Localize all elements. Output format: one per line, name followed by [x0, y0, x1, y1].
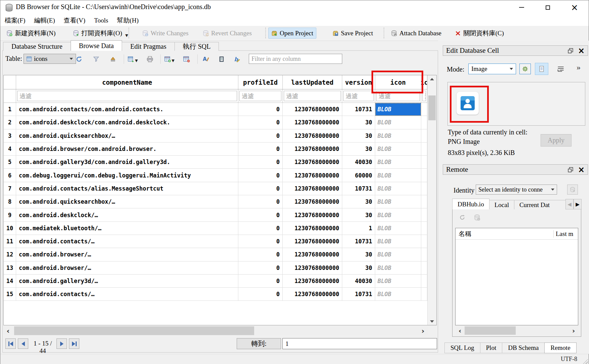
cell-icon-blob[interactable]: BLOB: [375, 275, 421, 288]
cell-profileId[interactable]: 0: [238, 222, 283, 235]
maximize-button[interactable]: [538, 1, 557, 14]
cell-version[interactable]: 10731: [342, 103, 375, 116]
write-changes-button[interactable]: Write Changes: [140, 28, 191, 39]
tab-scroll-right-button[interactable]: ▶: [574, 199, 582, 209]
cell-partial[interactable]: [421, 288, 427, 301]
cell-componentName[interactable]: com.android.gallery3d/…: [16, 275, 238, 288]
cell-profileId[interactable]: 0: [238, 182, 283, 195]
cell-version[interactable]: 10731: [342, 235, 375, 248]
cell-icon-blob[interactable]: BLOB: [375, 129, 421, 143]
cell-profileId[interactable]: 0: [238, 208, 283, 221]
cell-lastUpdated[interactable]: 1230768000000: [283, 288, 342, 301]
save-filter-button[interactable]: [108, 54, 118, 64]
cell-lastUpdated[interactable]: 1230768000000: [283, 208, 342, 221]
cell-partial[interactable]: [421, 248, 427, 261]
dock-tab-remote[interactable]: Remote: [544, 342, 576, 353]
cell-icon-blob[interactable]: BLOB: [375, 222, 421, 235]
cell-profileId[interactable]: 0: [238, 129, 283, 143]
cell-profileId[interactable]: 0: [238, 261, 283, 275]
column-header-partial[interactable]: ic: [421, 75, 427, 89]
print-button[interactable]: [145, 54, 155, 64]
row-number[interactable]: 15: [4, 288, 16, 301]
open-database-dropdown-icon[interactable]: ▼: [125, 33, 128, 39]
identity-select[interactable]: Select an identity to conne: [476, 185, 557, 195]
cell-icon-blob[interactable]: BLOB: [375, 195, 421, 208]
attach-database-button[interactable]: Attach Database: [388, 28, 444, 39]
sort-edit-button[interactable]: A: [201, 54, 211, 64]
cell-lastUpdated[interactable]: 1230768000000: [283, 143, 342, 156]
edit-cell-toggle-button[interactable]: b: [232, 54, 242, 64]
row-number[interactable]: 2: [4, 116, 16, 129]
cell-componentName[interactable]: com.android.contacts/alias.MessageShortc…: [16, 182, 238, 195]
global-filter-input[interactable]: [249, 54, 342, 64]
cell-lastUpdated[interactable]: 1230768000000: [283, 222, 342, 235]
cell-partial[interactable]: [421, 182, 427, 195]
tab-edit-pragmas[interactable]: Edit Pragmas: [122, 42, 174, 51]
cell-icon-blob[interactable]: BLOB: [375, 261, 421, 275]
cell-version[interactable]: 10731: [342, 288, 375, 301]
cell-version[interactable]: 30: [342, 248, 375, 261]
text-mode-button[interactable]: [535, 63, 548, 75]
menu-item[interactable]: 編輯(E): [30, 15, 59, 26]
word-wrap-icon[interactable]: [557, 66, 564, 72]
cell-componentName[interactable]: com.android.quicksearchbox/…: [16, 129, 238, 143]
scroll-right-button[interactable]: ›: [569, 326, 578, 335]
revert-changes-button[interactable]: Revert Changes: [200, 28, 254, 39]
cell-version[interactable]: 30: [342, 261, 375, 275]
row-number[interactable]: 12: [4, 248, 16, 261]
cell-icon-blob[interactable]: BLOB: [375, 235, 421, 248]
menu-item[interactable]: Tools: [90, 15, 113, 26]
cell-version[interactable]: 30: [342, 143, 375, 156]
goto-button[interactable]: 轉到:: [237, 338, 281, 349]
vertical-scrollbar-thumb[interactable]: [428, 95, 436, 120]
horizontal-scrollbar[interactable]: ‹ ›: [3, 326, 428, 335]
cell-partial[interactable]: [421, 235, 427, 248]
close-dock-icon[interactable]: ×: [578, 167, 585, 173]
cell-icon-blob[interactable]: BLOB: [375, 103, 421, 116]
new-database-button[interactable]: 新建資料庫(N): [4, 28, 58, 39]
cell-componentName[interactable]: com.android.contacts/…: [16, 288, 238, 301]
auto-switch-mode-button[interactable]: [519, 64, 531, 74]
filter-input-icon[interactable]: 過濾: [376, 91, 420, 101]
cell-icon-blob[interactable]: BLOB: [375, 288, 421, 301]
row-number[interactable]: 7: [4, 182, 16, 195]
cell-version[interactable]: 30: [342, 195, 375, 208]
undock-icon[interactable]: [567, 167, 574, 173]
cell-version[interactable]: 60000: [342, 169, 375, 182]
cell-lastUpdated[interactable]: 1230768000000: [283, 169, 342, 182]
cell-partial[interactable]: [421, 261, 427, 275]
cell-profileId[interactable]: 0: [238, 275, 283, 288]
more-tools-button[interactable]: »: [577, 63, 581, 72]
row-number[interactable]: 11: [4, 235, 16, 248]
filter-input-profileId[interactable]: 過濾: [239, 91, 281, 101]
row-number[interactable]: 9: [4, 208, 16, 221]
cell-partial[interactable]: [421, 169, 427, 182]
dock-tab-sql-log[interactable]: SQL Log: [444, 342, 480, 353]
row-number[interactable]: 10: [4, 222, 16, 235]
cell-componentName[interactable]: com.mediatek.bluetooth/…: [16, 222, 238, 235]
remote-scrollbar-thumb[interactable]: [465, 326, 516, 335]
resize-grip[interactable]: [583, 359, 588, 364]
tab-scroll-left-button[interactable]: ◀: [565, 199, 574, 209]
close-dock-icon[interactable]: ×: [578, 48, 585, 54]
cell-profileId[interactable]: 0: [238, 143, 283, 156]
goto-record-input[interactable]: [282, 338, 437, 349]
cell-version[interactable]: 30: [342, 116, 375, 129]
close-database-button[interactable]: × 關閉資料庫(C): [452, 28, 507, 39]
cell-componentName[interactable]: com.android.contacts/com.android.contact…: [16, 103, 238, 116]
tab-browse-data[interactable]: Browse Data: [71, 40, 122, 51]
filter-input-version[interactable]: 過濾: [343, 91, 374, 101]
row-number[interactable]: 4: [4, 143, 16, 156]
cell-lastUpdated[interactable]: 1230768000000: [283, 182, 342, 195]
remote-tab-current-dat[interactable]: Current Dat: [514, 200, 566, 209]
cell-version[interactable]: 30: [342, 208, 375, 221]
push-database-button[interactable]: [567, 185, 578, 195]
row-number[interactable]: 1: [4, 103, 16, 116]
cell-partial[interactable]: [421, 116, 427, 129]
mode-select[interactable]: Image: [468, 64, 516, 74]
cell-componentName[interactable]: com.android.contacts/…: [16, 235, 238, 248]
column-header-lastUpdated[interactable]: lastUpdated: [283, 75, 342, 89]
cell-componentName[interactable]: com.android.gallery3d/com.android.galler…: [16, 156, 238, 169]
cell-lastUpdated[interactable]: 1230768000000: [283, 116, 342, 129]
export-table-button[interactable]: ▼: [128, 54, 138, 64]
